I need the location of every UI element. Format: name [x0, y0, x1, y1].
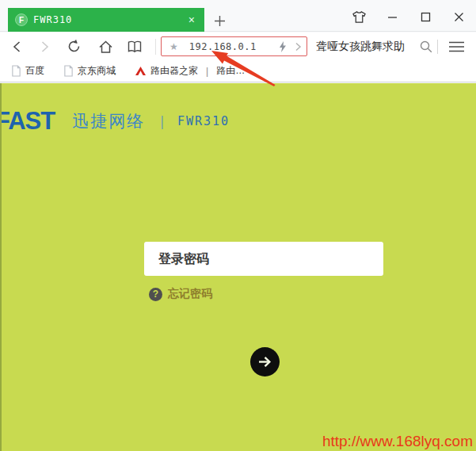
page-icon: [63, 65, 74, 77]
refresh-icon: [67, 39, 82, 54]
bookmarks-bar: 百度 京东商城 路由器之家 | 路由…: [0, 60, 476, 82]
forgot-password-label: 忘记密码: [168, 287, 212, 301]
bookmark-star-icon[interactable]: ★: [169, 41, 178, 52]
login-submit-button[interactable]: [250, 347, 280, 376]
fast-logo: FAST: [0, 107, 55, 136]
router-login-page: FAST 迅捷网络 ｜ FWR310 ? 忘记密码 http://www.168…: [0, 83, 476, 451]
plus-icon: [214, 15, 226, 27]
home-button[interactable]: [97, 38, 114, 55]
bookmark-router-home[interactable]: 路由器之家: [135, 64, 198, 78]
router-model: FWR310: [177, 114, 230, 128]
bookmark-truncated[interactable]: 路由…: [216, 64, 245, 78]
skin-theme-button[interactable]: [349, 7, 368, 26]
minimize-icon: [387, 12, 398, 22]
menu-button[interactable]: [446, 38, 466, 55]
home-icon: [98, 40, 113, 54]
maximize-button[interactable]: [416, 7, 435, 26]
address-bar[interactable]: ★ 192.168.0.1: [161, 36, 307, 56]
forgot-password-link[interactable]: ? 忘记密码: [149, 287, 212, 301]
tab-close-icon[interactable]: ×: [186, 13, 197, 27]
open-book-icon: [127, 40, 143, 53]
address-url[interactable]: 192.168.0.1: [183, 41, 279, 52]
new-tab-button[interactable]: [211, 12, 228, 29]
brand-header: FAST 迅捷网络 ｜ FWR310: [0, 107, 230, 136]
bookmark-label: 路由…: [216, 64, 245, 78]
go-button[interactable]: [295, 42, 302, 52]
watermark-url: http://www.168lyq.com: [322, 433, 473, 450]
brand-name: 迅捷网络: [72, 110, 145, 132]
back-button[interactable]: [9, 38, 26, 55]
brand-divider: ｜: [155, 113, 169, 131]
bookmarks-separator: |: [206, 66, 208, 77]
search-icon: [419, 40, 433, 54]
question-mark-icon: ?: [149, 288, 162, 301]
chevron-right-icon: [295, 42, 302, 52]
login-password-input[interactable]: [144, 242, 383, 276]
refresh-button[interactable]: [65, 38, 82, 55]
forward-button[interactable]: [36, 38, 53, 55]
bookmark-jd[interactable]: 京东商城: [63, 64, 116, 78]
bookmark-baidu[interactable]: 百度: [11, 64, 44, 78]
tab-title: FWR310: [33, 14, 186, 25]
search-query[interactable]: 聋哑女孩跳舞求助: [316, 40, 405, 54]
tshirt-icon: [352, 10, 367, 24]
toolbar-divider: [155, 39, 156, 55]
forward-arrow-icon: [38, 40, 51, 53]
window-close-button[interactable]: [449, 7, 468, 26]
search-box[interactable]: 聋哑女孩跳舞求助: [316, 32, 405, 60]
bookmark-label: 路由器之家: [150, 64, 198, 78]
search-button[interactable]: [417, 38, 435, 55]
quick-access-button[interactable]: [279, 41, 287, 52]
back-arrow-icon: [11, 40, 24, 53]
toolbar-divider: [437, 40, 438, 54]
bookmark-label: 京东商城: [78, 64, 116, 78]
title-bar: F FWR310 ×: [0, 0, 476, 32]
hamburger-menu-icon: [448, 41, 465, 52]
bookmark-label: 百度: [25, 64, 44, 78]
close-icon: [454, 12, 464, 22]
navigation-toolbar: ★ 192.168.0.1 聋哑女孩跳舞求助: [0, 32, 476, 60]
tab-favicon-icon: F: [15, 13, 28, 26]
minimize-button[interactable]: [383, 7, 402, 26]
reading-list-button[interactable]: [126, 38, 143, 55]
maximize-icon: [421, 12, 431, 22]
browser-tab[interactable]: F FWR310 ×: [8, 8, 204, 32]
page-icon: [11, 65, 21, 77]
lightning-icon: [279, 41, 287, 52]
browser-window: F FWR310 ×: [0, 0, 476, 451]
router-home-icon: [135, 66, 147, 76]
right-arrow-icon: [257, 354, 273, 370]
